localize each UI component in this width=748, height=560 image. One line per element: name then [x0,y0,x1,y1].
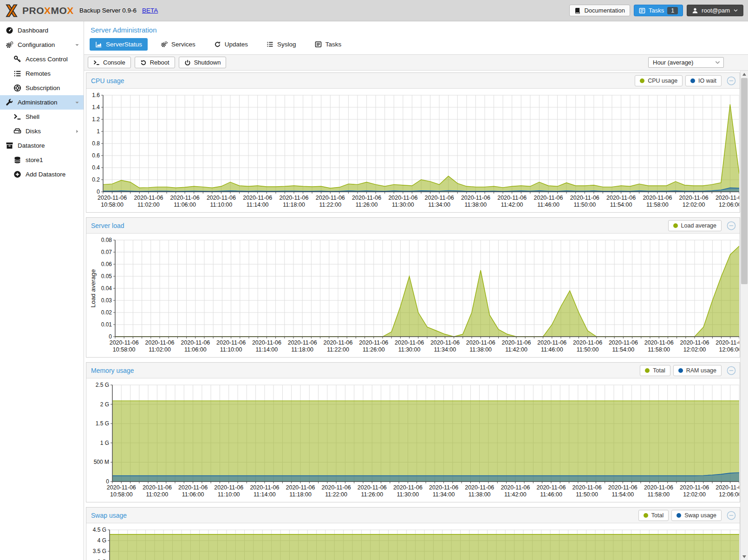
svg-text:11:14:00: 11:14:00 [254,491,276,498]
access-control-icon [13,55,21,63]
svg-text:2020-11-06: 2020-11-06 [715,195,739,201]
svg-text:2020-11-06: 2020-11-06 [286,484,315,491]
svg-text:0.06: 0.06 [101,261,112,267]
svg-text:2020-11-06: 2020-11-06 [359,339,388,346]
scrollbar-thumb[interactable] [741,78,748,284]
svg-text:11:34:00: 11:34:00 [433,491,455,498]
svg-text:2020-11-06: 2020-11-06 [679,195,709,201]
panel-title: Swap usage [91,512,127,519]
svg-text:1.6: 1.6 [92,92,100,98]
sidebar-item-subscription[interactable]: Subscription [0,81,84,95]
dashboard-icon [6,26,13,34]
scroll-down-icon[interactable] [741,553,748,560]
svg-text:2020-11-06: 2020-11-06 [608,484,637,491]
collapse-panel-icon[interactable] [727,221,736,230]
svg-text:2020-11-06: 2020-11-06 [536,484,566,491]
collapse-panel-icon[interactable] [727,76,736,85]
panel-body: 0500 M1 G1.5 G2 G2.5 G3 G3.5 G4 G4.5 G20… [86,523,740,560]
chart-legend: CPU usageIO wait [635,75,722,86]
timeframe-select[interactable]: Hour (average) [648,57,724,68]
scroll-up-icon[interactable] [741,71,748,78]
tab-serverstatus[interactable]: ServerStatus [90,38,148,51]
documentation-button[interactable]: Documentation [569,5,630,16]
tab-services[interactable]: Services [155,38,201,51]
beta-link[interactable]: BETA [142,7,158,14]
sidebar-item-shell[interactable]: Shell [0,110,84,124]
console-button[interactable]: Console [88,57,131,68]
svg-text:11:42:00: 11:42:00 [504,491,527,498]
svg-text:12:06:00: 12:06:00 [719,202,739,208]
legend-item-total[interactable]: Total [638,510,669,521]
svg-text:11:30:00: 11:30:00 [392,202,414,208]
svg-text:11:18:00: 11:18:00 [291,346,313,353]
panel-title: Memory usage [91,367,134,374]
sidebar-item-disks[interactable]: Disks [0,124,84,138]
svg-text:11:06:00: 11:06:00 [174,202,196,208]
svg-text:0.04: 0.04 [101,285,112,292]
svg-text:2020-11-06: 2020-11-06 [644,339,674,346]
sidebar-item-label: Shell [26,113,39,120]
svg-text:2020-11-06: 2020-11-06 [316,195,345,201]
shell-icon [13,113,21,121]
cpu-usage-chart: 00.20.40.60.811.21.41.62020-11-0610:58:0… [87,90,739,211]
tasks-count-badge: 1 [667,7,678,14]
shutdown-button[interactable]: Shutdown [179,57,227,68]
chevron-down-icon [733,8,738,13]
proxmox-logo-icon [5,4,19,18]
legend-item-cpu-usage[interactable]: CPU usage [635,75,683,86]
services-icon [161,41,168,48]
collapse-panel-icon[interactable] [727,366,736,375]
sidebar-nav: DashboardConfigurationAccess ControlRemo… [0,21,84,560]
subscription-icon [13,84,21,92]
sidebar-item-access-control[interactable]: Access Control [0,52,84,66]
svg-text:2020-11-06: 2020-11-06 [643,195,672,201]
collapse-panel-icon[interactable] [727,511,736,520]
sidebar-item-label: store1 [26,156,43,163]
svg-text:11:50:00: 11:50:00 [573,202,596,208]
svg-text:11:34:00: 11:34:00 [434,346,456,353]
tab-syslog[interactable]: Syslog [261,38,302,51]
sidebar-item-dashboard[interactable]: Dashboard [0,23,84,38]
sidebar-item-label: Configuration [18,41,55,48]
legend-dot [644,513,648,518]
page-title: Server Administration [84,21,748,35]
reboot-button[interactable]: Reboot [135,57,175,68]
svg-text:0.4: 0.4 [92,164,100,171]
svg-text:2020-11-06: 2020-11-06 [388,195,417,201]
svg-text:2020-11-06: 2020-11-06 [170,195,200,201]
svg-text:500 M: 500 M [94,459,109,465]
legend-dot [676,513,681,518]
terminal-icon [93,59,100,66]
sidebar-item-administration[interactable]: Administration [0,95,84,110]
legend-item-swap-usage[interactable]: Swap usage [671,510,722,521]
sidebar-item-add-datastore[interactable]: Add Datastore [0,167,84,182]
panel-header: Server loadLoad average [86,218,740,234]
user-menu-button[interactable]: root@pam [687,5,743,16]
app-header: PROXMOX Backup Server 0.9-6 BETA Documen… [0,0,748,21]
legend-item-total[interactable]: Total [640,365,670,376]
tasks-button[interactable]: Tasks 1 [634,5,683,16]
svg-text:11:58:00: 11:58:00 [648,346,670,353]
legend-dot [673,223,678,228]
store1-icon [13,156,21,164]
svg-text:Load average: Load average [90,269,97,308]
vertical-scrollbar[interactable] [740,71,748,560]
sidebar-item-configuration[interactable]: Configuration [0,38,84,52]
svg-text:11:26:00: 11:26:00 [363,346,385,353]
legend-label: IO wait [698,78,716,84]
tab-bar: ServerStatusServicesUpdatesSyslogTasks [84,35,748,54]
swap-usage-chart: 0500 M1 G1.5 G2 G2.5 G3 G3.5 G4 G4.5 G20… [87,524,739,560]
svg-text:2020-11-06: 2020-11-06 [497,195,527,201]
tab-updates[interactable]: Updates [208,38,254,51]
legend-item-load-average[interactable]: Load average [668,220,722,231]
svg-text:0: 0 [97,189,100,195]
svg-text:11:50:00: 11:50:00 [576,491,598,498]
svg-text:11:38:00: 11:38:00 [465,202,487,208]
legend-item-ram-usage[interactable]: RAM usage [673,365,722,376]
sidebar-item-remotes[interactable]: Remotes [0,66,84,81]
sidebar-item-datastore[interactable]: Datastore [0,138,84,153]
tab-tasks[interactable]: Tasks [309,38,347,51]
legend-item-io-wait[interactable]: IO wait [685,75,722,86]
legend-dot [690,78,695,83]
sidebar-item-store1[interactable]: store1 [0,153,84,167]
